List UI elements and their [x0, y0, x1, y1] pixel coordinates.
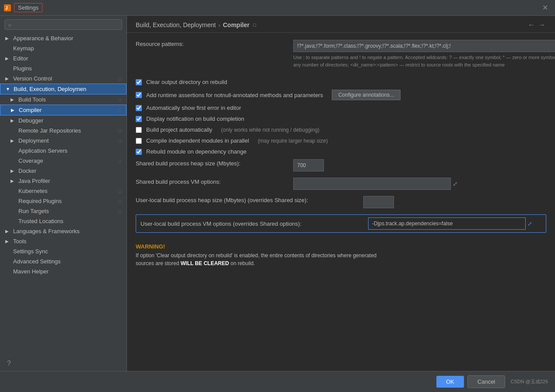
- pin-icon-deployment: □: [118, 138, 121, 144]
- resource-patterns-input[interactable]: [293, 40, 555, 52]
- checkbox-label-auto-show-first: Automatically show first error in editor: [146, 105, 241, 111]
- content-body: Resource patterns: ⤢ Use ; to separate p…: [127, 33, 555, 371]
- checkbox-row-display-notification: Display notification on build completion: [136, 116, 546, 122]
- sidebar-label-debugger: Debugger: [18, 117, 43, 124]
- pin-icon-run-targets: □: [118, 209, 121, 214]
- pin-icon-build-tools: □: [118, 97, 121, 102]
- sidebar-label-coverage: Coverage: [18, 158, 43, 164]
- chevron-icon-compiler: ▶: [11, 108, 16, 112]
- sidebar-label-deployment: Deployment: [18, 137, 49, 144]
- search-icon: ⌕: [8, 21, 11, 28]
- chevron-icon-appearance: ▶: [5, 36, 11, 41]
- configure-annotations-button[interactable]: Configure annotations...: [332, 90, 400, 100]
- sidebar-label-maven-helper: Maven Helper: [13, 268, 49, 275]
- sidebar-item-languages-frameworks[interactable]: ▶Languages & Frameworks: [0, 226, 126, 236]
- breadcrumb-current: Compiler: [223, 21, 249, 28]
- checkbox-label-display-notification: Display notification on build completion: [146, 116, 244, 122]
- sidebar-item-trusted-locations[interactable]: Trusted Locations: [0, 216, 126, 226]
- sidebar-item-appearance[interactable]: ▶Appearance & Behavior: [0, 33, 126, 43]
- user-heap-input[interactable]: [363, 196, 394, 208]
- search-input[interactable]: [13, 21, 118, 28]
- checkbox-label-build-auto: Build project automatically: [146, 126, 212, 133]
- checkbox-row-clear-output: Clear output directory on rebuild: [136, 79, 546, 85]
- checkbox-label-clear-output: Clear output directory on rebuild: [146, 79, 227, 85]
- checkbox-row-compile-parallel: Compile independent modules in parallel(…: [136, 137, 546, 144]
- shared-heap-input[interactable]: [293, 159, 324, 172]
- sidebar-item-editor[interactable]: ▶Editor: [0, 53, 126, 63]
- sidebar-item-run-targets[interactable]: Run Targets□: [0, 206, 126, 216]
- sidebar-item-app-servers[interactable]: Application Servers: [0, 146, 126, 156]
- cancel-button[interactable]: Cancel: [467, 375, 505, 388]
- checkbox-row-rebuild-module: Rebuild module on dependency change: [136, 148, 546, 155]
- sidebar-item-build-tools[interactable]: ▶Build Tools□: [0, 94, 126, 105]
- sidebar-item-java-profiler[interactable]: ▶Java Profiler: [0, 176, 126, 186]
- chevron-icon-java-profiler: ▶: [11, 178, 16, 183]
- shared-vm-expand-button[interactable]: ⤢: [451, 179, 460, 188]
- user-heap-row: User-local build process heap size (Mbyt…: [136, 196, 546, 208]
- sidebar-label-tools: Tools: [13, 238, 26, 245]
- sidebar-item-advanced-settings[interactable]: Advanced Settings: [0, 256, 126, 266]
- sidebar-item-compiler[interactable]: ▶Compiler□: [0, 105, 126, 116]
- sidebar-item-keymap[interactable]: Keymap: [0, 43, 126, 53]
- checkbox-label-rebuild-module: Rebuild module on dependency change: [146, 148, 246, 155]
- checkbox-compile-parallel[interactable]: [136, 138, 142, 144]
- checkbox-label-add-runtime: Add runtime assertions for notnull-annot…: [146, 92, 323, 98]
- nav-back-button[interactable]: ←: [527, 20, 536, 30]
- ok-button[interactable]: OK: [436, 376, 464, 388]
- checkbox-add-runtime[interactable]: [136, 92, 142, 98]
- sidebar-item-docker[interactable]: ▶Docker: [0, 166, 126, 176]
- checkbox-display-notification[interactable]: [136, 116, 142, 122]
- user-vm-input[interactable]: [368, 217, 526, 230]
- sidebar-item-debugger[interactable]: ▶Debugger: [0, 116, 126, 126]
- checkbox-hint-build-auto: (only works while not running / debuggin…: [221, 127, 320, 133]
- breadcrumb-separator: ›: [218, 22, 220, 28]
- sidebar-label-remote-jar: Remote Jar Repositories: [18, 127, 81, 134]
- user-vm-expand-button[interactable]: ⤢: [526, 220, 534, 228]
- breadcrumb-pin-icon[interactable]: □: [253, 22, 256, 28]
- shared-vm-input[interactable]: [293, 178, 451, 190]
- sidebar-label-advanced-settings: Advanced Settings: [13, 258, 60, 265]
- checkbox-row-build-auto: Build project automatically(only works w…: [136, 126, 546, 133]
- chevron-icon-debugger: ▶: [11, 118, 16, 123]
- checkbox-row-auto-show-first: Automatically show first error in editor: [136, 105, 546, 111]
- sidebar-label-languages-frameworks: Languages & Frameworks: [13, 228, 80, 234]
- shared-heap-row: Shared build process heap size (Mbytes):: [136, 159, 546, 172]
- checkbox-hint-compile-parallel: (may require larger heap size): [258, 138, 328, 144]
- sidebar-item-settings-sync[interactable]: Settings Sync: [0, 246, 126, 256]
- user-heap-label: User-local build process heap size (Mbyt…: [136, 196, 363, 203]
- checkbox-build-auto[interactable]: [136, 127, 142, 133]
- sidebar-item-plugins[interactable]: Plugins: [0, 63, 126, 74]
- sidebar-label-docker: Docker: [18, 168, 36, 174]
- help-button[interactable]: ?: [4, 358, 14, 369]
- chevron-icon-editor: ▶: [5, 56, 11, 61]
- checkbox-clear-output[interactable]: [136, 79, 142, 85]
- sidebar-item-remote-jar[interactable]: Remote Jar Repositories□: [0, 126, 126, 136]
- sidebar-label-java-profiler: Java Profiler: [18, 178, 50, 184]
- checkbox-rebuild-module[interactable]: [136, 149, 142, 155]
- sidebar-label-compiler: Compiler: [19, 107, 42, 113]
- sidebar-item-kubernetes[interactable]: Kubernetes□: [0, 186, 126, 196]
- watermark: CSDN @玉成226: [510, 378, 548, 385]
- nav-forward-button[interactable]: →: [537, 20, 546, 30]
- warning-line-2: sources are stored WILL BE CLEARED on re…: [136, 260, 255, 266]
- chevron-icon-deployment: ▶: [11, 138, 16, 143]
- sidebar-item-deployment[interactable]: ▶Deployment□: [0, 136, 126, 146]
- search-box[interactable]: ⌕: [4, 19, 122, 30]
- user-heap-control: [363, 196, 546, 208]
- sidebar: ⌕ ▶Appearance & BehaviorKeymap▶EditorPlu…: [0, 16, 127, 371]
- checkbox-row-add-runtime: Add runtime assertions for notnull-annot…: [136, 90, 546, 100]
- close-button[interactable]: ✕: [539, 2, 551, 14]
- shared-vm-label: Shared build process VM options:: [136, 178, 293, 185]
- chevron-icon-build-tools: ▶: [11, 97, 16, 102]
- sidebar-item-maven-helper[interactable]: Maven Helper: [0, 266, 126, 276]
- sidebar-item-version-control[interactable]: ▶Version Control□: [0, 74, 126, 84]
- pin-icon-version-control: □: [118, 76, 121, 81]
- sidebar-item-tools[interactable]: ▶Tools: [0, 236, 126, 246]
- sidebar-item-coverage[interactable]: Coverage□: [0, 156, 126, 166]
- checkbox-auto-show-first[interactable]: [136, 105, 142, 111]
- sidebar-label-editor: Editor: [13, 55, 28, 62]
- app-icon: J: [4, 4, 11, 12]
- sidebar-item-build-execution[interactable]: ▼Build, Execution, Deploymen: [0, 84, 126, 94]
- sidebar-item-required-plugins[interactable]: Required Plugins□: [0, 196, 126, 206]
- shared-heap-label: Shared build process heap size (Mbytes):: [136, 159, 293, 167]
